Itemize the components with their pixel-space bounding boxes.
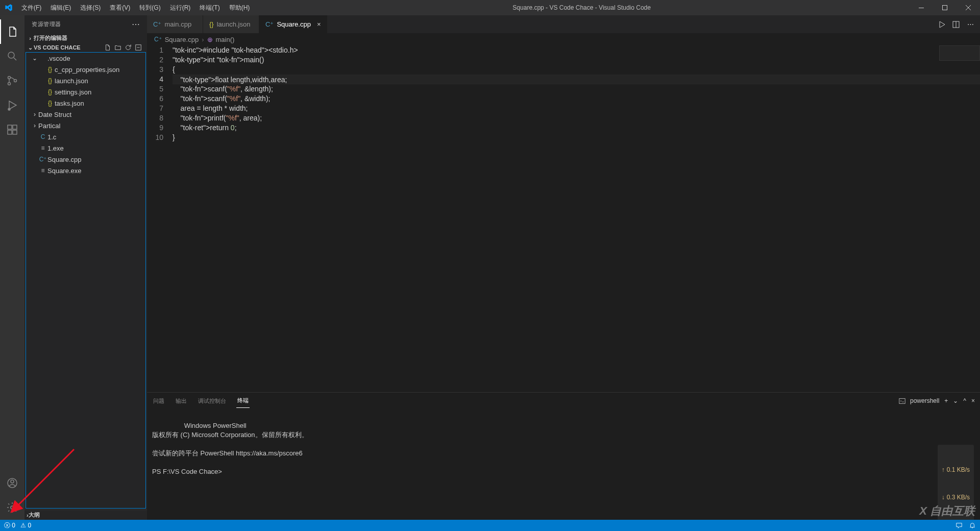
tab-launch-json[interactable]: {}launch.json (203, 15, 259, 33)
svg-rect-16 (899, 398, 904, 403)
file-item[interactable]: {}launch.json (26, 75, 145, 86)
sidebar: 资源管理器 ⋯ ›打开的编辑器 ⌄VS CODE CHACE ⌄.vscode … (24, 15, 147, 520)
file-item[interactable]: {}c_cpp_properties.json (26, 64, 145, 75)
svg-point-2 (8, 52, 14, 58)
new-folder-icon[interactable] (114, 44, 121, 51)
activity-explorer-icon[interactable] (0, 19, 24, 44)
section-workspace[interactable]: ⌄VS CODE CHACE (24, 43, 147, 52)
minimize-button[interactable] (910, 0, 933, 15)
folder-item[interactable]: ›Partical (26, 120, 145, 131)
terminal-type[interactable]: powershell (899, 397, 940, 404)
activity-extensions-icon[interactable] (0, 117, 24, 142)
panel-tab-output[interactable]: 输出 (175, 394, 188, 408)
svg-point-3 (8, 77, 11, 79)
run-icon[interactable] (937, 20, 946, 29)
editor-area: C⁺main.cpp {}launch.json C⁺Square.cpp× ⋯… (147, 15, 980, 520)
panel-tab-debug[interactable]: 调试控制台 (197, 394, 227, 408)
svg-rect-10 (13, 125, 17, 129)
upload-icon: ↑ (942, 465, 945, 474)
panel-tab-problems[interactable]: 问题 (152, 394, 165, 408)
network-speed-widget: ↑0.1 KB/s ↓0.3 KB/s (938, 445, 974, 520)
svg-rect-9 (13, 130, 17, 134)
file-item[interactable]: {}settings.json (26, 86, 145, 98)
menu-terminal[interactable]: 终端(T) (195, 2, 224, 14)
more-icon[interactable]: ⋯ (966, 20, 975, 28)
folder-vscode[interactable]: ⌄.vscode (26, 53, 145, 64)
file-item[interactable]: ≡Square.exe (26, 165, 145, 176)
menu-view[interactable]: 查看(V) (106, 2, 134, 14)
titlebar: 文件(F) 编辑(E) 选择(S) 查看(V) 转到(G) 运行(R) 终端(T… (0, 0, 980, 15)
refresh-icon[interactable] (125, 44, 132, 51)
file-item[interactable]: ≡1.exe (26, 142, 145, 154)
new-file-icon[interactable] (104, 44, 111, 51)
file-item[interactable]: {}tasks.json (26, 98, 145, 109)
close-icon[interactable]: × (317, 20, 321, 28)
activity-settings-icon[interactable] (0, 495, 24, 520)
menu-bar: 文件(F) 编辑(E) 选择(S) 查看(V) 转到(G) 运行(R) 终端(T… (17, 2, 254, 14)
status-errors[interactable]: ⓧ 0 (4, 521, 15, 530)
menu-file[interactable]: 文件(F) (17, 2, 45, 14)
close-button[interactable] (957, 0, 980, 15)
activity-run-icon[interactable] (0, 93, 24, 117)
menu-goto[interactable]: 转到(G) (135, 2, 164, 14)
menu-run[interactable]: 运行(R) (166, 2, 195, 14)
status-bar: ⓧ 0 ⚠ 0 (0, 520, 980, 531)
close-panel-icon[interactable]: × (971, 397, 975, 404)
tab-main-cpp[interactable]: C⁺main.cpp (147, 15, 203, 33)
svg-point-13 (11, 506, 14, 509)
sidebar-title: 资源管理器 ⋯ (24, 15, 147, 33)
status-feedback-icon[interactable] (955, 522, 963, 529)
activity-search-icon[interactable] (0, 44, 24, 68)
panel: 问题 输出 调试控制台 终端 powershell + ⌄ ^ × Window… (147, 392, 980, 520)
svg-point-12 (11, 480, 14, 483)
maximize-button[interactable] (933, 0, 957, 15)
vscode-logo-icon (4, 3, 13, 12)
svg-rect-7 (8, 125, 12, 129)
activity-bar (0, 15, 24, 520)
status-bell-icon[interactable] (969, 522, 976, 529)
sidebar-more-icon[interactable]: ⋯ (132, 19, 140, 29)
file-tree: ⌄.vscode {}c_cpp_properties.json {}launc… (26, 52, 146, 509)
window-title: Square.cpp - VS Code Chace - Visual Stud… (254, 4, 910, 11)
download-icon: ↓ (942, 493, 945, 502)
new-terminal-icon[interactable]: + (944, 397, 948, 404)
status-warnings[interactable]: ⚠ 0 (20, 522, 31, 529)
breadcrumb[interactable]: C⁺Square.cpp › ⊕main() (147, 33, 980, 45)
svg-point-5 (14, 80, 17, 82)
code-editor[interactable]: 12345678910 "tok-inc">#include "tok-head… (147, 45, 980, 392)
menu-edit[interactable]: 编辑(E) (46, 2, 75, 14)
svg-rect-1 (943, 6, 947, 10)
folder-item[interactable]: ›Date Struct (26, 109, 145, 120)
svg-point-6 (8, 108, 10, 110)
menu-select[interactable]: 选择(S) (76, 2, 105, 14)
panel-tab-terminal[interactable]: 终端 (236, 394, 250, 408)
svg-point-4 (8, 83, 11, 85)
terminal-dropdown-icon[interactable]: ⌄ (953, 397, 958, 404)
svg-rect-0 (919, 8, 924, 8)
collapse-icon[interactable] (135, 44, 142, 51)
section-outline[interactable]: ›大纲 (24, 510, 147, 520)
svg-rect-8 (8, 130, 12, 134)
activity-scm-icon[interactable] (0, 68, 24, 93)
file-item[interactable]: C1.c (26, 131, 145, 142)
minimap[interactable] (939, 45, 980, 61)
maximize-panel-icon[interactable]: ^ (963, 397, 966, 404)
split-icon[interactable] (951, 20, 961, 29)
editor-tabs: C⁺main.cpp {}launch.json C⁺Square.cpp× ⋯ (147, 15, 980, 33)
activity-account-icon[interactable] (0, 471, 24, 495)
file-item[interactable]: C⁺Square.cpp (26, 154, 145, 165)
menu-help[interactable]: 帮助(H) (225, 2, 254, 14)
terminal-content[interactable]: Windows PowerShell 版权所有 (C) Microsoft Co… (147, 409, 980, 520)
section-open-editors[interactable]: ›打开的编辑器 (24, 33, 147, 43)
tab-square-cpp[interactable]: C⁺Square.cpp× (259, 15, 327, 33)
